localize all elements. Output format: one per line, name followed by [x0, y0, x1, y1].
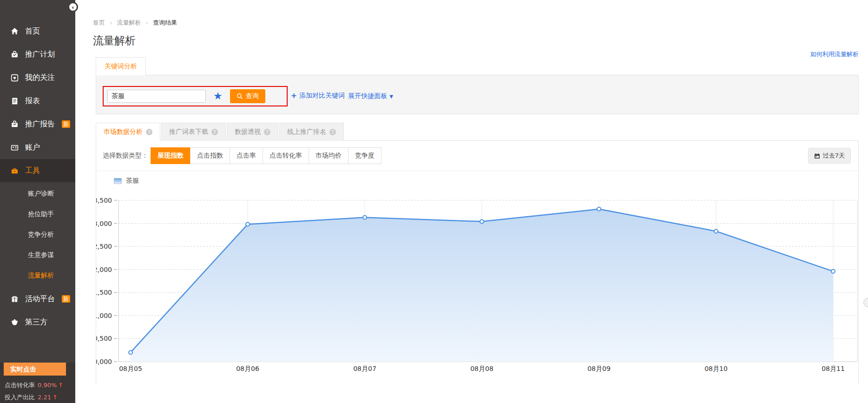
breadcrumb-traffic-analysis[interactable]: 流量解析 — [117, 19, 141, 27]
sidebar-item-tools[interactable]: 工具 — [0, 159, 75, 182]
expand-panel-label: 展开快捷面板 — [348, 92, 387, 100]
tab-label: 线上推广排名 — [287, 128, 326, 136]
tab-label: 推广词表下载 — [169, 128, 208, 136]
help-question-icon[interactable]: ? — [329, 129, 336, 135]
add-compare-label: 添加对比关键词 — [299, 92, 345, 100]
sidebar-item-account[interactable]: 账户 — [0, 136, 75, 159]
svg-text:08月06: 08月06 — [236, 365, 259, 372]
gift-icon — [10, 295, 19, 304]
help-question-icon[interactable]: ? — [211, 129, 218, 135]
svg-text:10,500: 10,500 — [96, 335, 112, 342]
svg-text:12,000: 12,000 — [96, 266, 112, 273]
chart-legend: 茶服 — [114, 177, 858, 185]
option-impression-index[interactable]: 展现指数 — [151, 147, 191, 164]
annotation-highlight-box: ★ 查询 — [103, 86, 288, 106]
sidebar-subitem-rank-assistant[interactable]: 抢位助手 — [0, 204, 75, 224]
plus-icon: + — [291, 91, 297, 100]
svg-text:11,000: 11,000 — [96, 312, 112, 319]
query-button-label: 查询 — [246, 92, 259, 100]
svg-text:08月05: 08月05 — [119, 365, 142, 372]
sidebar-item-promo-report[interactable]: 推广报告 新 — [0, 112, 75, 136]
keyword-input[interactable] — [107, 90, 206, 103]
sidebar-collapse-button[interactable]: ‹ — [68, 2, 78, 12]
calendar-icon — [814, 153, 820, 159]
data-type-toolbar: 选择数据类型： 展现指数 点击指数 点击率 点击转化率 市场均价 竞争度 过去7… — [96, 141, 858, 171]
realtime-stats-panel: 实时点击 点击转化率0.90%↑ 投入产出比2.21↑ — [0, 363, 75, 403]
svg-text:08月10: 08月10 — [704, 365, 728, 372]
svg-text:08月08: 08月08 — [470, 365, 493, 372]
date-range-button[interactable]: 过去7天 — [808, 148, 851, 164]
main-content: 首页 › 流量解析 › 查询结果 流量解析 如何利用流量解析 关键词分析 ★ 查… — [75, 0, 868, 403]
help-question-icon[interactable]: ? — [264, 129, 270, 135]
sidebar-subitem-traffic-analysis[interactable]: 流量解析 — [0, 265, 75, 285]
sidebar-item-reports[interactable]: 报表 — [0, 89, 75, 112]
date-range-label: 过去7天 — [823, 152, 845, 160]
caret-down-icon: ▼ — [389, 94, 393, 99]
stat-label: 投入产出比 — [5, 394, 35, 401]
favorite-star-icon[interactable]: ★ — [213, 91, 223, 101]
help-link[interactable]: 如何利用流量解析 — [810, 50, 859, 59]
stat-value: 2.21 — [38, 394, 51, 401]
breadcrumb-home[interactable]: 首页 — [93, 19, 105, 27]
query-button[interactable]: 查询 — [230, 89, 265, 103]
help-question-icon[interactable]: ? — [146, 129, 152, 135]
svg-text:11,500: 11,500 — [96, 289, 112, 296]
sidebar-item-home[interactable]: 首页 — [0, 20, 75, 43]
account-icon — [10, 143, 19, 152]
traffic-area-chart: 10,00010,50011,00011,50012,00012,50013,0… — [96, 188, 858, 374]
option-market-average-price[interactable]: 市场均价 — [309, 147, 349, 164]
third-party-icon — [10, 318, 19, 327]
stat-row-roi: 投入产出比2.21↑ — [5, 391, 75, 403]
tab-promo-wordlist-download[interactable]: 推广词表下载 ? — [161, 123, 226, 141]
tab-label: 数据透视 — [235, 128, 261, 136]
sidebar-subitem-competition-analysis[interactable]: 竞争分析 — [0, 224, 75, 244]
svg-text:08月09: 08月09 — [587, 365, 611, 372]
svg-text:12,500: 12,500 — [96, 243, 112, 250]
new-badge: 新 — [62, 295, 70, 303]
option-click-conversion-rate[interactable]: 点击转化率 — [263, 147, 309, 164]
data-type-label: 选择数据类型： — [103, 152, 148, 160]
analysis-tabs: 市场数据分析 ? 推广词表下载 ? 数据透视 ? 线上推广排名 ? — [96, 123, 868, 140]
option-click-rate[interactable]: 点击率 — [230, 147, 263, 164]
search-icon — [237, 93, 243, 99]
campaign-icon — [10, 50, 19, 59]
sidebar-item-favorites[interactable]: 我的关注 — [0, 66, 75, 89]
chevron-right-icon: › — [110, 19, 112, 26]
report-icon — [10, 97, 19, 106]
expand-quick-panel-link[interactable]: 展开快捷面板 ▼ — [348, 92, 393, 100]
sidebar-subitem-account-diagnosis[interactable]: 账户诊断 — [0, 183, 75, 204]
realtime-stats-header: 实时点击 — [4, 363, 66, 376]
sidebar-item-third-party[interactable]: 第三方 — [0, 311, 75, 334]
option-click-index[interactable]: 点击指数 — [190, 147, 230, 164]
floating-widget[interactable] — [863, 298, 868, 307]
home-icon — [10, 27, 19, 36]
stat-row-click-conversion: 点击转化率0.90%↑ — [5, 379, 75, 391]
breadcrumb: 首页 › 流量解析 › 查询结果 — [93, 19, 868, 27]
new-badge: 新 — [62, 120, 70, 128]
sidebar-subitem-business-advisor[interactable]: 生意参谋 — [0, 244, 75, 265]
legend-series-name: 茶服 — [126, 177, 139, 185]
chevron-left-icon: ‹ — [72, 4, 74, 11]
chart-panel: 选择数据类型： 展现指数 点击指数 点击率 点击转化率 市场均价 竞争度 过去7… — [96, 140, 859, 384]
sidebar-item-activity-platform[interactable]: 活动平台 新 — [0, 287, 75, 311]
option-competition-degree[interactable]: 竞争度 — [348, 147, 381, 164]
tab-market-data-analysis[interactable]: 市场数据分析 ? — [96, 123, 160, 141]
svg-text:08月07: 08月07 — [353, 365, 376, 372]
sidebar-item-campaigns[interactable]: 推广计划 — [0, 43, 75, 66]
up-arrow-icon: ↑ — [53, 394, 58, 401]
sidebar-item-label: 账户 — [25, 143, 40, 152]
tab-keyword-analysis[interactable]: 关键词分析 — [96, 57, 146, 75]
tab-online-promo-ranking[interactable]: 线上推广排名 ? — [279, 123, 344, 141]
add-compare-keyword-link[interactable]: + 添加对比关键词 — [291, 91, 345, 100]
breadcrumb-query-result: 查询结果 — [153, 19, 177, 27]
sidebar-item-label: 报表 — [25, 96, 40, 106]
data-type-segmented-control: 展现指数 点击指数 点击率 点击转化率 市场均价 竞争度 — [151, 147, 381, 164]
chevron-right-icon: › — [146, 19, 149, 26]
sidebar-item-label: 我的关注 — [25, 73, 55, 83]
svg-text:13,000: 13,000 — [96, 220, 112, 227]
tab-label: 市场数据分析 — [104, 128, 143, 136]
sidebar: 首页 推广计划 我的关注 报表 推广报告 新 — [0, 0, 75, 403]
svg-text:10,000: 10,000 — [96, 358, 112, 365]
sidebar-item-label: 首页 — [25, 26, 40, 36]
tab-data-perspective[interactable]: 数据透视 ? — [227, 123, 278, 141]
